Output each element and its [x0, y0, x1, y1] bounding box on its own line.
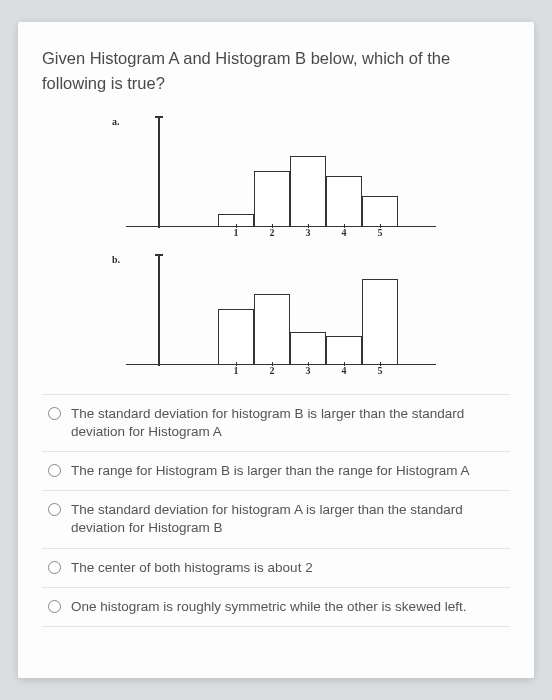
answer-options: The standard deviation for histogram B i… — [42, 394, 510, 628]
option-text: One histogram is roughly symmetric while… — [71, 598, 466, 616]
bar — [218, 309, 254, 364]
bar — [254, 294, 290, 364]
bar — [326, 176, 362, 226]
tick: 1 — [218, 227, 254, 238]
bars-a — [158, 116, 438, 226]
radio-icon — [48, 600, 61, 613]
option-4[interactable]: One histogram is roughly symmetric while… — [42, 587, 510, 627]
charts-container: a. 1 2 3 4 5 b. — [42, 114, 510, 382]
question-text: Given Histogram A and Histogram B below,… — [42, 46, 510, 96]
bar — [362, 279, 398, 364]
option-text: The standard deviation for histogram A i… — [71, 501, 504, 537]
option-text: The center of both histograms is about 2 — [71, 559, 313, 577]
bars-b — [158, 254, 438, 364]
x-ticks: 1 2 3 4 5 — [158, 365, 438, 376]
option-0[interactable]: The standard deviation for histogram B i… — [42, 394, 510, 451]
histogram-b: b. 1 2 3 4 5 — [106, 252, 446, 382]
tick: 4 — [326, 365, 362, 376]
tick: 2 — [254, 365, 290, 376]
histogram-a: a. 1 2 3 4 5 — [106, 114, 446, 244]
bar — [290, 332, 326, 364]
option-2[interactable]: The standard deviation for histogram A i… — [42, 490, 510, 547]
option-3[interactable]: The center of both histograms is about 2 — [42, 548, 510, 587]
chart-label-a: a. — [112, 116, 120, 127]
radio-icon — [48, 561, 61, 574]
chart-label-b: b. — [112, 254, 120, 265]
tick: 5 — [362, 227, 398, 238]
bar — [362, 196, 398, 226]
tick: 5 — [362, 365, 398, 376]
question-card: Given Histogram A and Histogram B below,… — [18, 22, 534, 678]
bar — [326, 336, 362, 364]
option-text: The standard deviation for histogram B i… — [71, 405, 504, 441]
tick: 3 — [290, 227, 326, 238]
tick: 2 — [254, 227, 290, 238]
tick: 4 — [326, 227, 362, 238]
option-1[interactable]: The range for Histogram B is larger than… — [42, 451, 510, 490]
bar — [254, 171, 290, 226]
tick: 3 — [290, 365, 326, 376]
bar — [290, 156, 326, 226]
option-text: The range for Histogram B is larger than… — [71, 462, 469, 480]
radio-icon — [48, 464, 61, 477]
radio-icon — [48, 503, 61, 516]
tick: 1 — [218, 365, 254, 376]
radio-icon — [48, 407, 61, 420]
x-ticks: 1 2 3 4 5 — [158, 227, 438, 238]
